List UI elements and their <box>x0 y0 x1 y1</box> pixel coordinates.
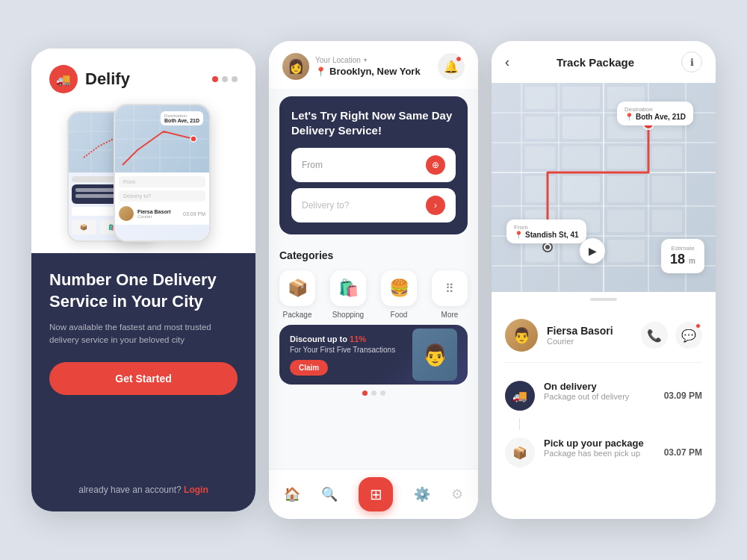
promo-subtitle: For Your First Five Transactions <box>290 346 412 354</box>
call-button[interactable]: 📞 <box>641 322 668 349</box>
more-label: More <box>441 311 459 319</box>
promo-title: Discount up to 11% <box>290 335 412 343</box>
location-info[interactable]: Your Location ▾ 📍 Brooklyn, New York <box>315 56 421 77</box>
handle-bar <box>590 298 617 301</box>
phone-mockup: 📦 🛍️ 🍔 <box>31 104 255 253</box>
dot-active[interactable] <box>362 391 368 396</box>
nav-scan-button[interactable]: ⊞ <box>359 477 393 511</box>
category-shopping[interactable]: 🛍️ Shopping <box>330 270 366 319</box>
app-header: 👩 Your Location ▾ 📍 Brooklyn, New York 🔔 <box>269 41 478 89</box>
info-button[interactable]: ℹ <box>681 52 702 72</box>
screen-landing: 🚚 Delify <box>31 49 255 511</box>
menu-dots[interactable] <box>212 76 238 82</box>
svg-rect-44 <box>607 240 645 262</box>
from-address: 📍 Standish St, 41 <box>514 231 579 239</box>
login-prompt: already have an account? Login <box>49 485 238 495</box>
track-header: ‹ Track Package ℹ <box>492 41 716 83</box>
food-icon: 🍔 <box>381 270 417 306</box>
carousel-dots <box>269 385 478 402</box>
claim-button[interactable]: Claim <box>290 360 328 376</box>
svg-rect-37 <box>652 176 682 202</box>
nav-settings[interactable]: ⚙️ <box>414 486 430 503</box>
from-search-box[interactable]: From ⊕ <box>291 148 456 182</box>
delivery-status: On delivery <box>544 381 655 392</box>
categories-section: Categories 📦 Package 🛍️ Shopping 🍔 Food … <box>269 242 478 325</box>
your-location-label: Your Location ▾ <box>315 56 421 64</box>
delivery-icon: 🚚 <box>505 381 535 411</box>
notification-button[interactable]: 🔔 <box>438 53 465 80</box>
promo-banner: Discount up to 11% For Your First Five T… <box>279 325 468 385</box>
category-food[interactable]: 🍔 Food <box>381 270 417 319</box>
shopping-label: Shopping <box>332 311 364 319</box>
dot-2 <box>222 76 228 82</box>
destination-pin: Desination 📍 Both Ave, 21D <box>617 102 693 125</box>
navigate-button[interactable]: ▶ <box>580 238 605 264</box>
logo-area: 🚚 Delify <box>49 65 130 93</box>
svg-rect-23 <box>525 87 555 109</box>
chevron-down-icon: ▾ <box>364 57 367 63</box>
screen-main: 👩 Your Location ▾ 📍 Brooklyn, New York 🔔 <box>269 41 478 519</box>
delivery-time: 03.09 PM <box>664 391 702 401</box>
category-list: 📦 Package 🛍️ Shopping 🍔 Food ⠿ More <box>279 270 468 319</box>
svg-rect-32 <box>607 146 645 169</box>
svg-rect-40 <box>607 210 645 232</box>
bottom-navbar: 🏠 🔍 ⊞ ⚙️ ⚙ <box>269 469 478 519</box>
logo-icon: 🚚 <box>49 65 78 93</box>
svg-rect-35 <box>562 176 600 202</box>
courier-name: Fiersa Basori <box>547 325 632 337</box>
pickup-time: 03.07 PM <box>664 447 702 458</box>
courier-avatar: 👨 <box>505 319 538 352</box>
delivery-search-box[interactable]: Delivery to? › <box>291 188 456 223</box>
tracking-item-pickup: 📦 Pick up your package Package has been … <box>505 430 702 475</box>
user-avatar: 👩 <box>282 53 309 80</box>
nav-profile[interactable]: ⚙ <box>451 486 463 503</box>
dot-2[interactable] <box>371 391 376 396</box>
destination-address: 📍 Both Ave, 21D <box>624 113 686 121</box>
food-label: Food <box>391 311 408 319</box>
city-name: 📍 Brooklyn, New York <box>315 66 421 77</box>
screen1-headline: Number One Delivery Service in Your City <box>49 270 238 312</box>
nav-home[interactable]: 🏠 <box>284 486 300 503</box>
dot-3 <box>232 76 238 82</box>
svg-rect-27 <box>562 116 600 139</box>
message-button[interactable]: 💬 <box>675 322 702 349</box>
courier-role: Courier <box>547 337 632 346</box>
screen1-bottom: Number One Delivery Service in Your City… <box>31 253 255 511</box>
back-button[interactable]: ‹ <box>505 55 509 70</box>
category-package[interactable]: 📦 Package <box>279 270 315 319</box>
pickup-icon: 📦 <box>505 438 535 467</box>
get-started-button[interactable]: Get Started <box>49 362 238 395</box>
delivery-details: On delivery Package out of delivery <box>544 381 655 401</box>
pickup-status: Pick up your package <box>544 438 655 449</box>
svg-point-47 <box>545 245 550 249</box>
courier-info-row: 👨 Fiersa Basori Courier 📞 💬 <box>505 319 702 363</box>
dot-1 <box>212 76 218 82</box>
promo-text: Discount up to 11% For Your First Five T… <box>290 335 412 376</box>
track-map: Desination 📍 Both Ave, 21D From 📍 Standi… <box>492 83 716 292</box>
message-badge <box>695 323 701 329</box>
delivery-desc: Package out of delivery <box>544 392 655 401</box>
nav-search[interactable]: 🔍 <box>321 486 338 503</box>
package-label: Package <box>283 311 312 319</box>
delivery-arrow-button[interactable]: › <box>426 196 445 215</box>
track-timeline-line <box>519 418 520 430</box>
banner-title: Let's Try Right Now Same Day Delivery Se… <box>291 108 456 137</box>
category-more[interactable]: ⠿ More <box>432 270 468 319</box>
login-link[interactable]: Login <box>184 485 208 495</box>
package-icon: 📦 <box>279 270 315 306</box>
pickup-details: Pick up your package Package has been pi… <box>544 438 655 458</box>
logo-text: Delify <box>85 69 130 89</box>
track-title: Track Package <box>557 56 634 69</box>
svg-rect-30 <box>525 146 555 169</box>
delivery-banner: Let's Try Right Now Same Day Delivery Se… <box>279 96 468 234</box>
dot-3[interactable] <box>380 391 385 396</box>
estimate-value: 18 m <box>670 252 695 267</box>
phone-front: Destination Both Ave, 21D From Delivery … <box>114 104 211 242</box>
delivery-placeholder: Delivery to? <box>302 200 349 211</box>
shopping-icon: 🛍️ <box>330 270 366 306</box>
svg-rect-36 <box>607 176 645 202</box>
svg-rect-26 <box>525 116 555 139</box>
more-icon: ⠿ <box>432 270 468 306</box>
notification-badge <box>456 56 462 62</box>
drag-handle <box>492 292 716 307</box>
